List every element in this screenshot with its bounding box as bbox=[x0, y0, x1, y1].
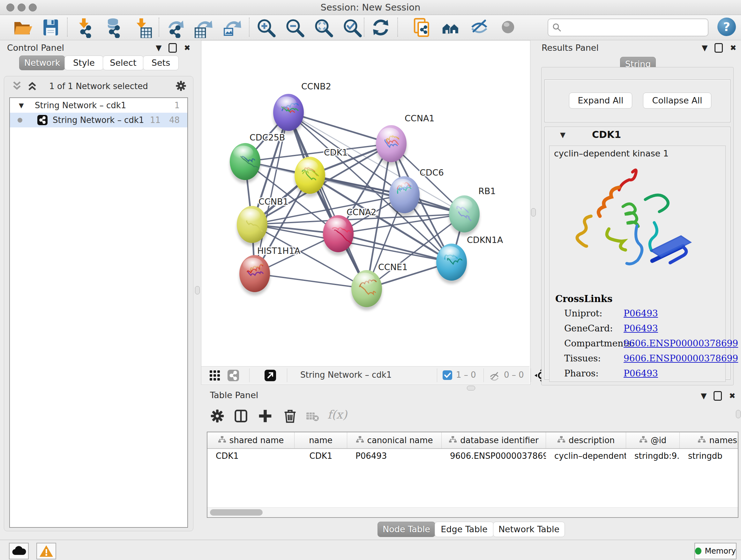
toolbar-divider bbox=[249, 368, 250, 382]
collapse-all-button[interactable]: Collapse All bbox=[643, 92, 711, 109]
export-image-icon[interactable] bbox=[221, 17, 242, 38]
string-network-icon bbox=[37, 115, 48, 125]
panel-menu-icon[interactable]: ▼ bbox=[156, 44, 161, 52]
zoom-fit-icon[interactable] bbox=[313, 17, 334, 38]
hide-items-icon[interactable] bbox=[469, 17, 490, 38]
memory-button[interactable]: Memory bbox=[694, 543, 737, 559]
crosslink-link[interactable]: 9606.ENSP00000378699 bbox=[623, 353, 738, 364]
panel-close-icon[interactable]: ✖ bbox=[730, 44, 736, 52]
import-network-icon[interactable] bbox=[74, 17, 95, 38]
delete-column-trash-icon[interactable] bbox=[281, 408, 299, 425]
table-cell[interactable]: stringdb:9... bbox=[626, 449, 680, 463]
show-columns-icon[interactable] bbox=[232, 408, 250, 425]
tree-expand-icon[interactable]: ▼ bbox=[19, 98, 23, 113]
crosslink-label: Tissues: bbox=[564, 353, 601, 364]
selected-checkbox[interactable] bbox=[443, 370, 452, 380]
zoom-selected-icon[interactable] bbox=[341, 17, 362, 38]
panel-float-icon[interactable] bbox=[169, 43, 177, 53]
warnings-button[interactable] bbox=[37, 543, 56, 559]
tab-sets[interactable]: Sets bbox=[143, 56, 179, 70]
column-header-database-identifier[interactable]: database identifier bbox=[442, 432, 546, 448]
column-header-shared-name[interactable]: shared name bbox=[207, 432, 294, 448]
cloud-status-button[interactable] bbox=[9, 543, 29, 559]
import-table-icon[interactable] bbox=[131, 17, 152, 38]
column-tree-icon bbox=[697, 435, 706, 445]
right-splitter-handle[interactable] bbox=[531, 208, 536, 216]
search-field-container bbox=[548, 18, 709, 37]
table-cell[interactable]: CDK1 bbox=[294, 449, 347, 463]
scrollbar-thumb[interactable] bbox=[210, 509, 263, 516]
title-bar: Session: New Session bbox=[0, 0, 741, 15]
panel-menu-icon[interactable]: ▼ bbox=[701, 391, 706, 400]
tab-node-table[interactable]: Node Table bbox=[378, 522, 435, 537]
birdseye-view-icon[interactable] bbox=[264, 369, 277, 382]
crosslink-label: Uniprot: bbox=[564, 308, 602, 319]
node-label-CCNA2: CCNA2 bbox=[347, 207, 377, 217]
column-header--id[interactable]: @id bbox=[626, 432, 680, 448]
column-header-canonical-name[interactable]: canonical name bbox=[347, 432, 442, 448]
column-tree-icon bbox=[557, 435, 565, 445]
add-column-icon[interactable] bbox=[257, 408, 274, 425]
column-header-name[interactable]: name bbox=[294, 432, 347, 448]
table-horizontal-scrollbar[interactable] bbox=[207, 507, 738, 517]
help-button[interactable]: ? bbox=[718, 17, 736, 36]
panel-float-icon[interactable] bbox=[714, 391, 722, 401]
table-cell[interactable]: 9606.ENSP00000378699 bbox=[442, 449, 546, 463]
crosslink-link[interactable]: P06493 bbox=[623, 323, 658, 334]
gene-collapse-icon[interactable]: ▼ bbox=[560, 131, 565, 139]
toolbar-separator bbox=[249, 17, 250, 37]
panel-close-icon[interactable]: ✖ bbox=[729, 391, 735, 400]
tab-edge-table[interactable]: Edge Table bbox=[434, 522, 494, 537]
tab-network-table[interactable]: Network Table bbox=[493, 522, 565, 537]
network-canvas[interactable]: CCNB2CCNA1CDC25BCDK1CDC6RB1CCNB1CCNA2CDK… bbox=[201, 41, 529, 366]
warning-icon bbox=[37, 543, 56, 559]
crosslink-link[interactable]: P06493 bbox=[623, 368, 658, 379]
export-network-icon[interactable] bbox=[163, 17, 185, 38]
table-panel-title: Table Panel bbox=[210, 390, 258, 400]
table-settings-gear-icon[interactable] bbox=[209, 408, 226, 425]
table-cell[interactable]: stringdb bbox=[680, 449, 738, 463]
control-panel: Control Panel ▼ ✖ NetworkStyleSelectSets… bbox=[3, 42, 195, 533]
column-header-namespace[interactable]: namespace bbox=[680, 432, 738, 448]
table-row[interactable]: CDK1CDK1P064939606.ENSP00000378699cyclin… bbox=[207, 449, 738, 463]
window-title: Session: New Session bbox=[0, 0, 741, 15]
node-table: shared namenamecanonical namedatabase id… bbox=[207, 432, 738, 518]
grid-view-icon[interactable] bbox=[208, 369, 221, 382]
copy-documents-icon[interactable] bbox=[412, 17, 433, 38]
crosslink-label: GeneCard: bbox=[564, 323, 613, 334]
import-database-icon[interactable] bbox=[103, 17, 124, 38]
table-cell[interactable]: cyclin–dependent ... bbox=[546, 449, 626, 463]
table-cell[interactable]: P06493 bbox=[347, 449, 442, 463]
crosslink-link[interactable]: P06493 bbox=[623, 308, 658, 319]
table-panel: Table Panel ▼ ✖ bbox=[201, 385, 741, 538]
string-share-icon[interactable] bbox=[227, 369, 240, 382]
network-row-selected[interactable]: String Network – cdk1 11 48 bbox=[10, 113, 187, 127]
results-panel: Results Panel ▼ ✖ String Expand All Coll… bbox=[536, 42, 738, 386]
export-table-icon[interactable] bbox=[192, 17, 213, 38]
save-session-icon[interactable] bbox=[40, 17, 61, 38]
open-file-icon[interactable] bbox=[11, 17, 32, 38]
network-collection-row[interactable]: ▼ String Network – cdk1 1 bbox=[10, 98, 187, 113]
network-collection-count: 1 bbox=[174, 98, 180, 113]
tab-network[interactable]: Network bbox=[19, 56, 65, 70]
zoom-in-icon[interactable] bbox=[255, 17, 276, 38]
expand-all-button[interactable]: Expand All bbox=[569, 92, 632, 109]
panel-close-icon[interactable]: ✖ bbox=[184, 44, 190, 52]
show-panels-icon[interactable] bbox=[441, 17, 461, 38]
zoom-out-icon[interactable] bbox=[284, 17, 305, 38]
tab-style[interactable]: Style bbox=[64, 56, 104, 70]
toolbar-separator bbox=[364, 17, 364, 37]
panel-float-icon[interactable] bbox=[715, 43, 723, 53]
table-cell[interactable]: CDK1 bbox=[207, 449, 294, 463]
preview-icon[interactable] bbox=[498, 17, 519, 38]
crosslink-link[interactable]: 9606.ENSP00000378699 bbox=[623, 338, 738, 349]
search-input[interactable] bbox=[565, 20, 703, 34]
network-status-dot-icon bbox=[17, 118, 22, 123]
left-splitter-handle[interactable] bbox=[195, 286, 200, 294]
column-header-description[interactable]: description bbox=[546, 432, 626, 448]
panel-menu-icon[interactable]: ▼ bbox=[702, 44, 708, 52]
network-options-gear-icon[interactable] bbox=[175, 79, 187, 92]
tab-select[interactable]: Select bbox=[103, 56, 144, 70]
control-panel-title: Control Panel bbox=[7, 43, 64, 53]
refresh-icon[interactable] bbox=[370, 17, 391, 38]
